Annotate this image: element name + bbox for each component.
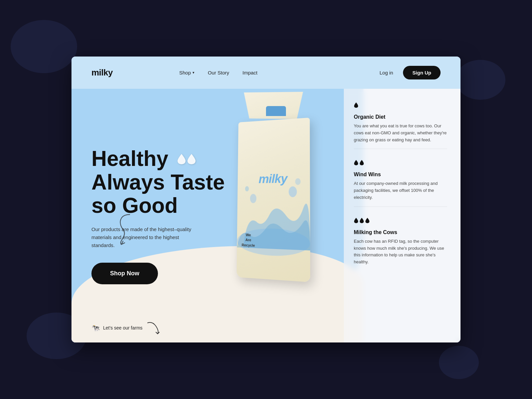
svg-point-1	[289, 186, 297, 197]
feature-3-text: Each cow has an RFID tag, so the compute…	[354, 238, 447, 266]
bg-decoration-4	[439, 346, 479, 379]
feature-milking-cows: Milking the Cows Each cow has an RFID ta…	[354, 217, 447, 266]
feature-organic-diet: Organic Diet You are what you eat is tru…	[354, 102, 447, 149]
navbar: milky Shop ▾ Our Story Impact Log in Sig…	[71, 57, 461, 89]
feature-wind-wins: Wind Wins At our company-owned milk proc…	[354, 160, 447, 206]
recycle-line1: We	[246, 233, 251, 237]
nav-links: Shop ▾ Our Story Impact	[179, 70, 257, 75]
milk-splash-svg	[236, 118, 310, 282]
feature-1-title: Organic Diet	[354, 114, 447, 120]
feature-2-drops	[354, 160, 447, 167]
recycle-line3: Recycle	[241, 243, 255, 247]
drop-3b	[359, 217, 364, 225]
bg-decoration-1	[11, 20, 77, 73]
title-drop-icons	[177, 153, 196, 168]
decorative-curl	[116, 213, 136, 252]
shop-now-button[interactable]: Shop Now	[91, 263, 158, 284]
drop-3c	[365, 217, 370, 225]
svg-point-2	[295, 178, 300, 185]
page-wrapper: milky Shop ▾ Our Story Impact Log in Sig…	[71, 57, 461, 342]
recycle-text: We Are Recycle	[241, 232, 255, 248]
feature-2-text: At our company-owned milk processing and…	[354, 180, 447, 201]
login-link[interactable]: Log in	[379, 70, 393, 75]
features-panel: Organic Diet You are what you eat is tru…	[344, 89, 461, 342]
hero-section: Healthy Always Taste so Good Our product…	[71, 89, 461, 342]
drop-2a	[354, 160, 358, 167]
drop-2b	[359, 160, 364, 167]
milk-carton-container: milky	[219, 89, 326, 342]
feature-2-title: Wind Wins	[354, 172, 447, 178]
drop-icon-1	[177, 153, 186, 168]
feature-3-title: Milking the Cows	[354, 229, 447, 235]
farm-arrow-curl	[146, 321, 163, 334]
drop-icon-2	[187, 153, 196, 168]
feature-1-divider	[354, 149, 447, 149]
nav-right: Log in Sign Up	[379, 66, 441, 79]
milk-carton: milky	[226, 92, 319, 285]
bg-decoration-2	[456, 60, 505, 100]
recycle-line2: Are	[245, 238, 251, 242]
nav-impact[interactable]: Impact	[242, 70, 257, 75]
feature-1-text: You are what you eat is true for cows to…	[354, 123, 447, 143]
carton-logo: milky	[258, 172, 287, 186]
feature-1-drops	[354, 102, 447, 109]
carton-body: milky	[236, 118, 310, 282]
chevron-down-icon: ▾	[193, 70, 195, 75]
nav-our-story[interactable]: Our Story	[208, 70, 229, 75]
svg-point-3	[250, 194, 256, 203]
logo: milky	[91, 67, 113, 78]
farm-link[interactable]: 🐄 Let's see our farms	[91, 321, 163, 334]
drop-1	[354, 102, 358, 109]
drop-3a	[354, 217, 358, 225]
feature-3-drops	[354, 217, 447, 225]
nav-shop[interactable]: Shop ▾	[179, 70, 195, 75]
carton-cap	[266, 106, 286, 116]
hero-subtitle: Our products are made of the highest–qua…	[91, 225, 198, 249]
cow-icon: 🐄	[91, 324, 100, 332]
main-container: milky Shop ▾ Our Story Impact Log in Sig…	[71, 57, 461, 342]
svg-point-4	[245, 186, 249, 192]
feature-2-divider	[354, 206, 447, 207]
signup-button[interactable]: Sign Up	[403, 66, 441, 79]
